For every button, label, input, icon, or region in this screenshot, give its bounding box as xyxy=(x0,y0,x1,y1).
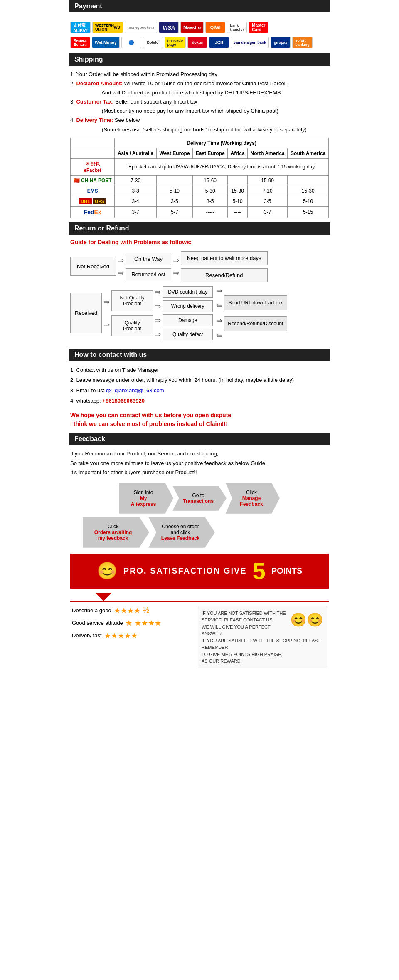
issue-boxes: DVD couldn't play Wrong delivery Damage … xyxy=(163,286,213,340)
arrow-res2: ⇐ xyxy=(216,301,222,310)
dhl-east-eu: 3-5 xyxy=(193,196,228,206)
logo-mercado-pago: mercadopago xyxy=(165,37,186,48)
chinapost-north-am: 15-90 xyxy=(247,175,288,186)
logo-western-union: WESTERNUNION WU xyxy=(92,22,123,33)
on-the-way-box: On the Way xyxy=(126,253,171,265)
ems-asia: 3-8 xyxy=(115,186,157,196)
table-header-title: Delivery Time (Working days) xyxy=(115,138,329,148)
payment-header: Payment xyxy=(69,0,330,12)
contact-line-2: 2. Leave message under order, will reply… xyxy=(70,375,329,386)
arrow-q2: ⇒ xyxy=(155,330,161,339)
service-stars: ★ xyxy=(126,619,132,628)
table-row-dhl-ups: DHL UPS 3-4 3-5 3-5 5-10 3-5 5-10 xyxy=(71,196,329,206)
ems-africa: 15-30 xyxy=(228,186,248,196)
feedback-flow-row1: Sign intoMyAliexpress Go toTransactions … xyxy=(70,483,329,514)
return-refund-header: Return or Refund xyxy=(69,222,330,235)
banner-points: POINTS xyxy=(271,566,302,576)
fedex-africa: ---- xyxy=(228,206,248,218)
service-label: Good service attitude xyxy=(72,620,123,626)
delivery-time-label: Delivery Time: xyxy=(76,117,113,123)
not-received-arrows2: ⇒ ⇒ xyxy=(173,256,179,277)
banner-number: 5 xyxy=(253,559,266,583)
logo-some-payment: 🔵 xyxy=(121,37,141,48)
chinapost-logo: 🇨🇳 CHINA POST xyxy=(71,175,115,186)
table-row-chinapost: 🇨🇳 CHINA POST 7-30 15-60 15-90 xyxy=(71,175,329,186)
step-manage-feedback: ClickManageFeedback xyxy=(226,483,280,514)
col-asia: Asia / Australia xyxy=(115,148,157,158)
feedback-header: Feedback xyxy=(69,433,330,445)
dhl-africa: 5-10 xyxy=(228,196,248,206)
rating-notice: 😊😊 IF YOU ARE NOT SATISFIED WITH THE SER… xyxy=(198,606,327,668)
step-leave-feedback: Choose on orderand clickLeave Feedback xyxy=(148,517,215,548)
step-orders-awaiting: ClickOrders awaitingmy feedback xyxy=(83,517,149,548)
feedback-title: Feedback xyxy=(74,435,105,442)
logo-yandex: ЯндексДеньги xyxy=(70,37,90,48)
chinapost-asia: 7-30 xyxy=(115,175,157,186)
smiley-left-icon: 😊 xyxy=(97,561,118,581)
quality-arrows: ⇒ ⇒ ⇒ ⇒ xyxy=(155,287,161,339)
rating-left: Describe a good ★★★★½ Good service attit… xyxy=(72,606,194,668)
not-received-outcomes: Keep patient to wait more days Resend/Re… xyxy=(181,251,268,282)
logo-jcb: JCB xyxy=(209,37,229,48)
damage-box: Damage xyxy=(163,314,213,326)
rating-delivery: Delivery fast ★★★★★ xyxy=(72,631,194,640)
ems-west-eu: 5-10 xyxy=(156,186,192,196)
result-boxes: Send URL download link Resend/Refund/Dis… xyxy=(224,295,287,331)
contact-whatsapp: +8618968063920 xyxy=(102,398,145,404)
shipping-text: 1. Your Order will be shipped within Pro… xyxy=(70,70,329,134)
describe-stars: ★★★★ xyxy=(114,606,140,615)
chinapost-east-eu: 15-60 xyxy=(193,175,228,186)
delivery-stars: ★★★★★ xyxy=(104,631,138,640)
service-rest-stars: ★★★★ xyxy=(135,619,161,628)
logo-bank-transfer: banktransfer xyxy=(227,22,247,33)
logo-sofort: sofortbanking xyxy=(292,37,313,48)
contact-line-4: 4. whatsapp: +8618968063920 xyxy=(70,396,329,406)
ems-logo: EMS xyxy=(71,186,115,196)
customer-tax-label: Customer Tax: xyxy=(76,99,113,105)
contact-line-1: 1. Contact with us on Trade Manager xyxy=(70,365,329,376)
payment-logos-container: 支付宝ALIPAY WESTERNUNION WU moneybookers V… xyxy=(69,17,330,53)
arrow-right-2: ⇒ xyxy=(118,268,124,277)
table-header-carrier xyxy=(71,138,115,148)
not-received-box: Not Received xyxy=(70,257,116,276)
dvd-box: DVD couldn't play xyxy=(163,286,213,298)
logo-alipay: 支付宝ALIPAY xyxy=(70,22,91,33)
chinapost-west-eu xyxy=(156,175,192,186)
logo-webmoney: WebMoney xyxy=(92,37,120,48)
arrow-res3: ⇒ xyxy=(216,316,222,325)
dhl-north-am: 3-5 xyxy=(247,196,288,206)
table-row-epacket: ✉ 邮包ePacket Epacket can ship to USA/AU/U… xyxy=(71,158,329,175)
feedback-section: Feedback If you Recommand our Product, o… xyxy=(69,433,330,676)
quality-defect-box: Quality defect xyxy=(163,329,213,340)
arrow-q1: ⇒ xyxy=(155,316,161,325)
logo-visa: VISA xyxy=(159,22,179,33)
banner-text: PRO. SATISFACTION GIVE xyxy=(123,566,247,576)
guide-title: Guide for Dealing with Problems as follo… xyxy=(70,239,329,245)
rating-section: Describe a good ★★★★½ Good service attit… xyxy=(70,601,329,673)
fedex-north-am: 3-7 xyxy=(247,206,288,218)
contact-text: 1. Contact with us on Trade Manager 2. L… xyxy=(70,365,329,406)
contact-notice: We hope you can contact with us before y… xyxy=(70,411,329,428)
received-arrows: ⇒ ⇒ xyxy=(103,297,110,329)
fedex-logo: FedEx xyxy=(71,206,115,218)
step-go-to: Go toTransactions xyxy=(172,486,227,511)
feedback-intro: If you Recommand our Product, our Servic… xyxy=(70,449,329,477)
fedex-east-eu: ----- xyxy=(193,206,228,218)
logo-boleto: Boleto xyxy=(143,37,163,48)
arrow-right-4: ⇒ xyxy=(173,268,179,277)
arrow-nq2: ⇒ xyxy=(155,302,161,311)
chinapost-south-am xyxy=(288,175,329,186)
arrow-right-1: ⇒ xyxy=(118,256,124,265)
declared-amount-label: Declared Amount: xyxy=(76,80,122,87)
describe-label: Describe a good xyxy=(72,607,111,614)
table-row-fedex: FedEx 3-7 5-7 ----- ---- 3-7 5-15 xyxy=(71,206,329,218)
send-url-box: Send URL download link xyxy=(224,295,287,310)
dhl-ups-logo: DHL UPS xyxy=(71,196,115,206)
describe-half-star: ½ xyxy=(143,606,149,615)
dhl-asia: 3-4 xyxy=(115,196,157,206)
contact-email: qx_qianxiang@163.com xyxy=(106,387,164,393)
rating-describe: Describe a good ★★★★½ xyxy=(72,606,194,615)
banner-triangle xyxy=(95,593,112,601)
quality-categories: Not QualityProblem QualityProblem xyxy=(111,290,153,336)
logo-mastercard: MasterCard xyxy=(249,22,268,33)
